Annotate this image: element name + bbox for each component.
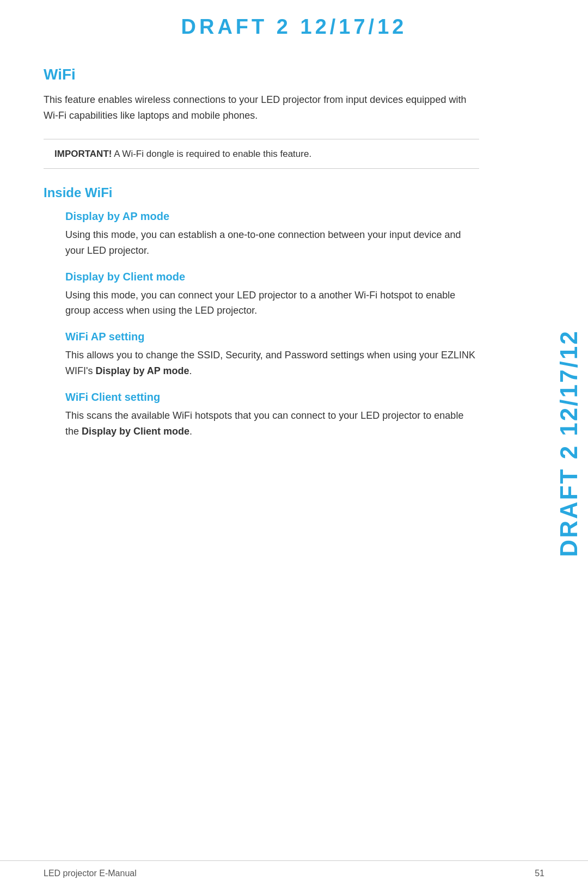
subsection-wifi-ap-setting: WiFi AP setting This allows you to chang… [65, 331, 479, 379]
important-label: IMPORTANT! [54, 149, 112, 159]
wifi-intro-text: This feature enables wireless connection… [44, 92, 479, 124]
ap-mode-title: Display by AP mode [65, 210, 479, 223]
inside-wifi-title: Inside WiFi [44, 185, 479, 200]
ap-mode-text: Using this mode, you can establish a one… [65, 227, 479, 259]
wifi-client-setting-text: This scans the available WiFi hotspots t… [65, 408, 479, 439]
ap-mode-bold: Display by AP mode [95, 365, 189, 376]
subsection-wifi-client-setting: WiFi Client setting This scans the avail… [65, 391, 479, 439]
main-content: WiFi This feature enables wireless conne… [0, 50, 523, 494]
side-watermark: DRAFT 2 12/17/12 [555, 329, 583, 557]
client-mode-text: Using this mode, you can connect your LE… [65, 288, 479, 319]
inside-wifi-section: Inside WiFi Display by AP mode Using thi… [44, 185, 479, 439]
wifi-title: WiFi [44, 66, 479, 83]
page-container: DRAFT 2 12/17/12 DRAFT 2 12/17/12 WiFi T… [0, 0, 588, 886]
client-mode-bold: Display by Client mode [82, 426, 189, 437]
page-footer: LED projector E-Manual 51 [0, 860, 588, 886]
footer-page-number: 51 [535, 869, 544, 878]
subsection-ap-mode: Display by AP mode Using this mode, you … [65, 210, 479, 259]
footer-left-text: LED projector E-Manual [44, 869, 137, 878]
important-box: IMPORTANT! A Wi-Fi dongle is required to… [44, 139, 479, 169]
page-header-title: DRAFT 2 12/17/12 [0, 0, 588, 50]
client-mode-title: Display by Client mode [65, 271, 479, 283]
important-text: A Wi-Fi dongle is required to enable thi… [112, 149, 311, 159]
subsection-client-mode: Display by Client mode Using this mode, … [65, 271, 479, 319]
side-watermark-container: DRAFT 2 12/17/12 [550, 0, 588, 886]
wifi-section: WiFi This feature enables wireless conne… [44, 66, 479, 169]
wifi-ap-setting-title: WiFi AP setting [65, 331, 479, 343]
wifi-ap-setting-text: This allows you to change the SSID, Secu… [65, 347, 479, 379]
wifi-client-setting-title: WiFi Client setting [65, 391, 479, 404]
